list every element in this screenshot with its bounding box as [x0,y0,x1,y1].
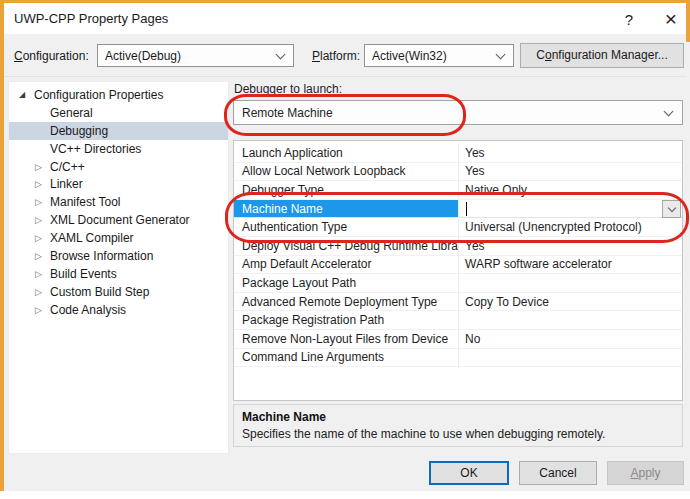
tree-item-label: Configuration Properties [34,88,163,102]
tree-item-label: XML Document Generator [50,213,190,227]
tree-expander-icon[interactable]: ▷ [35,162,50,172]
description-title: Machine Name [242,410,674,424]
property-name: Advanced Remote Deployment Type [234,295,458,309]
annotation-circle-remote-machine [224,94,466,136]
platform-value: Active(Win32) [372,49,447,63]
property-row[interactable]: Allow Local Network Loopback Yes [234,163,682,182]
help-icon[interactable]: ? [616,8,642,32]
property-name: Package Layout Path [234,276,458,290]
description-panel: Machine Name Specifies the name of the m… [233,404,683,447]
property-value: Copy To Device [458,295,682,309]
tree-expander-icon[interactable]: ▷ [35,269,50,279]
tree-expander-icon[interactable]: ▷ [35,179,50,189]
property-pages-window: UWP-CPP Property Pages ? × Configuration… [0,0,690,499]
tree-expander-icon[interactable]: ▷ [35,287,50,297]
window-border-top [0,0,690,3]
close-icon[interactable]: × [656,5,686,33]
tree-item[interactable]: ▷ Browse Information [9,247,228,265]
configuration-value: Active(Debug) [105,49,181,63]
tree-item-label: Linker [50,177,83,191]
tree-item-label: Custom Build Step [50,285,149,299]
property-value: Yes [458,146,682,160]
tree-item-label: General [50,106,93,120]
configuration-manager-button[interactable]: Configuration Manager... [520,43,684,68]
tree-item[interactable]: ▷ Manifest Tool [9,193,228,211]
tree-item-label: Manifest Tool [50,195,120,209]
tree-expander-icon[interactable]: ▷ [35,215,50,225]
tree-item-label: C/C++ [50,160,85,174]
tree-item-label: Code Analysis [50,303,126,317]
property-name: Launch Application [234,146,458,160]
title-bar: UWP-CPP Property Pages ? × [4,3,686,34]
configuration-row: Configuration: Active(Debug) Platform: A… [4,34,686,77]
property-value: No [458,332,682,346]
property-grid: Launch Application Yes Allow Local Netwo… [233,140,683,401]
property-value: Yes [458,164,682,178]
chevron-down-icon [664,107,674,117]
tree-expander-icon[interactable]: ▷ [35,233,50,243]
annotation-circle-machine-name [225,192,689,243]
property-row[interactable]: Remove Non-Layout Files from Device No [234,330,682,349]
configuration-select[interactable]: Active(Debug) [97,44,294,67]
tree-item[interactable]: ▷ C/C++ [9,158,228,176]
tree-expander-icon[interactable]: ▷ [35,305,50,315]
ok-button[interactable]: OK [429,461,509,485]
tree-expander-icon[interactable]: ▷ [35,251,50,261]
platform-label: Platform: [312,49,360,63]
property-row[interactable]: Amp Default Accelerator WARP software ac… [234,256,682,275]
property-name: Package Registration Path [234,313,458,327]
description-text: Specifies the name of the machine to use… [242,427,674,441]
window-border-left [0,0,4,491]
tree-expander-icon[interactable]: ▷ [35,197,50,207]
property-row[interactable]: Package Layout Path [234,274,682,293]
property-row[interactable]: Launch Application Yes [234,144,682,163]
property-row[interactable]: Advanced Remote Deployment Type Copy To … [234,293,682,312]
property-row[interactable]: Package Registration Path [234,311,682,330]
tree-item[interactable]: General [9,104,228,122]
apply-button[interactable]: Apply [607,461,684,485]
chevron-down-icon [496,50,506,60]
property-row[interactable]: Command Line Arguments [234,349,682,368]
tree-item-label: Build Events [50,267,117,281]
window-border-right [686,0,690,42]
tree-item[interactable]: ▷ Build Events [9,265,228,283]
tree-item[interactable]: ▷ Linker [9,175,228,193]
tree-item[interactable]: ▷ XAML Compiler [9,229,228,247]
tree-item-label: VC++ Directories [50,142,141,156]
tree-item[interactable]: Debugging [9,122,228,140]
tree-item[interactable]: ▷ XML Document Generator [9,211,228,229]
tree-item-label: Debugging [50,124,108,138]
property-name: Command Line Arguments [234,350,458,364]
property-name: Allow Local Network Loopback [234,164,458,178]
cancel-button[interactable]: Cancel [519,461,597,485]
tree-item[interactable]: ▷ Code Analysis [9,301,228,319]
platform-select[interactable]: Active(Win32) [364,44,514,67]
tree-expander-icon[interactable]: ◢ [19,90,34,99]
config-tree: ◢ Configuration Properties General Debug… [8,81,229,454]
tree-item-label: Browse Information [50,249,153,263]
configuration-label: Configuration: [14,49,89,63]
tree-item[interactable]: ◢ Configuration Properties [9,86,228,104]
tree-item-label: XAML Compiler [50,231,134,245]
window-title: UWP-CPP Property Pages [14,11,168,26]
property-name: Amp Default Accelerator [234,257,458,271]
tree-item[interactable]: ▷ Custom Build Step [9,283,228,301]
property-value: WARP software accelerator [458,257,682,271]
chevron-down-icon [276,50,286,60]
tree-item[interactable]: VC++ Directories [9,140,228,158]
property-name: Remove Non-Layout Files from Device [234,332,458,346]
